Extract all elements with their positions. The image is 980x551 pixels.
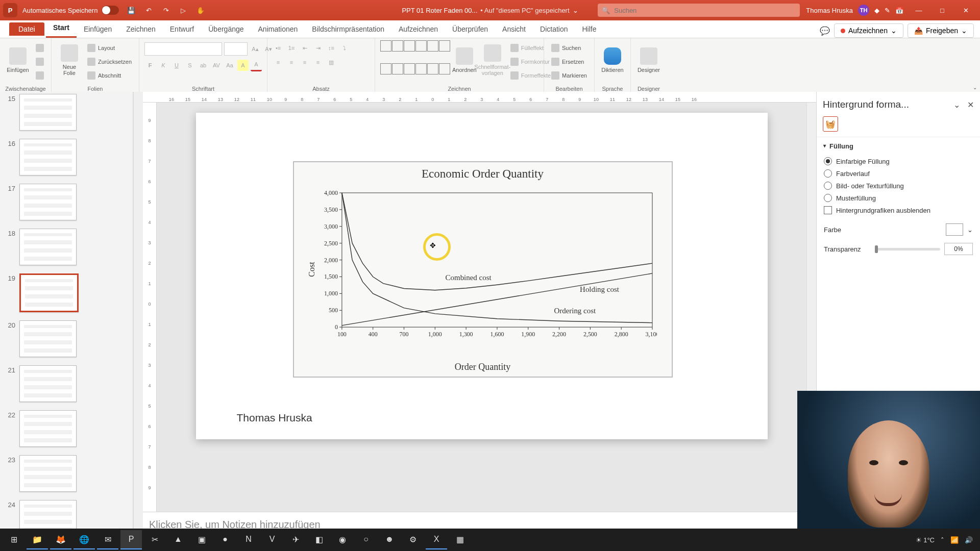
thumbnail-preview[interactable] [19,455,77,492]
taskbar-vlc-icon[interactable]: ▲ [167,530,189,549]
pen-icon[interactable]: ✎ [885,7,890,14]
thumbnail-scrollbar[interactable] [133,92,143,537]
tab-animations[interactable]: Animationen [251,21,305,38]
thumbnail-preview[interactable] [19,139,77,176]
search-box[interactable]: 🔍 [598,4,800,17]
taskbar-telegram-icon[interactable]: ✈ [285,530,306,549]
bold-button[interactable]: F [144,60,156,71]
shadow-button[interactable]: ab [198,60,209,71]
taskbar-explorer-icon[interactable]: 📁 [27,530,48,549]
reset-button[interactable]: Zurücksetzen [85,55,134,68]
find-button[interactable]: Suchen [549,41,589,54]
taskbar-outlook-icon[interactable]: ✉ [97,530,118,549]
collapse-ribbon-icon[interactable]: ⌄ [973,85,977,90]
align-center-icon[interactable]: ≡ [286,57,297,68]
layout-button[interactable]: Layout [85,41,134,54]
thumbnail-slide-23[interactable]: 23 [4,455,129,492]
fill-option-gradient[interactable]: Farbverlauf [824,167,973,180]
diamond-icon[interactable]: ◆ [874,7,879,14]
wifi-icon[interactable]: 📶 [950,536,959,544]
thumbnail-preview[interactable] [19,184,77,220]
maximize-button[interactable]: □ [931,0,953,20]
tab-record[interactable]: Aufzeichnen [391,21,445,38]
tab-draw[interactable]: Zeichnen [119,21,163,38]
chevron-down-icon[interactable]: ⌄ [953,100,960,110]
document-title[interactable]: PPT 01 Roter Faden 00... • Auf "diesem P… [402,7,578,14]
hide-bg-graphics-checkbox[interactable]: Hintergrundgrafiken ausblenden [824,204,973,216]
redo-icon[interactable]: ↷ [161,5,171,15]
taskbar-app2-icon[interactable]: ● [214,530,236,549]
align-right-icon[interactable]: ≡ [299,57,310,68]
chevron-up-icon[interactable]: ˄ [941,536,944,544]
thumbnail-preview[interactable] [19,229,77,265]
thumbnail-slide-15[interactable]: 15 [4,94,129,131]
shape-triangle-icon[interactable] [439,40,450,52]
underline-button[interactable]: U [171,60,182,71]
taskbar-onenote-icon[interactable]: N [238,530,259,549]
chart-image[interactable]: Economic Order Quantity Cost 05001,0001,… [293,161,673,378]
taskbar-firefox-icon[interactable]: 🦊 [50,530,71,549]
share-button[interactable]: 📤Freigeben⌄ [908,23,974,38]
taskbar-app6-icon[interactable]: ▦ [449,530,471,549]
thumbnail-slide-20[interactable]: 20 [4,320,129,357]
strike-button[interactable]: S [184,60,195,71]
minimize-button[interactable]: — [908,0,930,20]
shape-rect-icon[interactable] [404,40,415,52]
shape-oval-icon[interactable] [427,40,438,52]
tab-view[interactable]: Ansicht [495,21,533,38]
font-size-select[interactable] [224,42,248,56]
close-pane-icon[interactable]: ✕ [967,100,974,110]
fill-section-header[interactable]: ▸Füllung [824,142,973,150]
close-button[interactable]: ✕ [954,0,977,20]
increase-font-icon[interactable]: A▴ [250,43,261,55]
tab-design[interactable]: Entwurf [163,21,201,38]
shape-gallery[interactable] [380,40,449,84]
taskbar-app3-icon[interactable]: V [261,530,283,549]
select-button[interactable]: Markieren [549,69,589,82]
taskbar-settings-icon[interactable]: ⚙ [402,530,424,549]
shape-star-icon[interactable] [427,63,438,74]
tab-slideshow[interactable]: Bildschirmpräsentation [305,21,391,38]
replace-button[interactable]: Ersetzen [549,55,589,68]
format-painter-button[interactable] [34,69,46,82]
start-button[interactable]: ⊞ [3,530,24,549]
taskbar-app4-icon[interactable]: ◧ [308,530,330,549]
autosave-toggle[interactable]: Automatisches Speichern [22,6,119,15]
thumbnail-slide-22[interactable]: 22 [4,410,129,447]
tab-dictation[interactable]: Dictation [533,21,575,38]
tab-insert[interactable]: Einfügen [77,21,119,38]
slide-stage[interactable]: Economic Order Quantity Cost 05001,0001,… [157,103,806,512]
thumbnail-slide-17[interactable]: 17 [4,184,129,220]
paste-button[interactable]: Einfügen [5,40,31,80]
designer-button[interactable]: Designer [636,40,662,80]
font-color-button[interactable]: A [251,59,262,71]
line-spacing-icon[interactable]: ↕≡ [326,42,337,54]
fill-option-picture[interactable]: Bild- oder Texturfüllung [824,180,973,192]
toggle-switch-icon[interactable] [102,6,119,15]
thumbnail-slide-21[interactable]: 21 [4,365,129,402]
thumbnail-preview[interactable] [19,320,77,357]
new-slide-button[interactable]: Neue Folie [57,40,82,80]
undo-icon[interactable]: ↶ [143,5,154,15]
italic-button[interactable]: K [158,60,169,71]
user-avatar[interactable]: TH [858,5,869,16]
case-button[interactable]: Aa [224,60,235,71]
volume-icon[interactable]: 🔊 [965,536,973,544]
thumbnail-preview[interactable] [19,94,77,131]
thumbnail-preview[interactable] [19,365,77,402]
thumbnail-preview[interactable] [19,273,79,312]
record-button[interactable]: Aufzeichnen⌄ [834,23,903,38]
highlight-button[interactable]: A [237,60,249,71]
fill-option-pattern[interactable]: Musterfüllung [824,192,973,204]
text-direction-icon[interactable]: ⤵ [339,42,350,54]
char-spacing-button[interactable]: AV [211,60,222,71]
color-picker-button[interactable] [946,223,963,236]
cut-button[interactable] [34,41,46,54]
thumbnail-slide-18[interactable]: 18 [4,229,129,265]
copy-button[interactable] [34,55,46,68]
quick-styles-button[interactable]: Schnellformat- vorlagen [480,40,505,80]
chevron-down-icon[interactable]: ⌄ [967,226,973,234]
tab-transitions[interactable]: Übergänge [201,21,251,38]
indent-less-icon[interactable]: ⇤ [299,42,310,54]
comments-icon[interactable]: 💬 [820,26,830,36]
